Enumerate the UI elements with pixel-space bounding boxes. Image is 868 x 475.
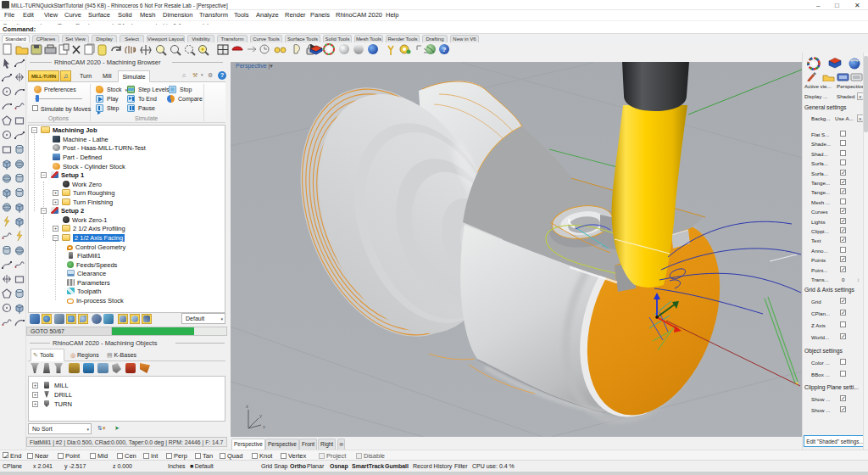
svg-text:y: y xyxy=(259,413,262,418)
svg-text:?: ? xyxy=(442,46,447,53)
svg-text:x: x xyxy=(263,424,265,429)
svg-text:z: z xyxy=(246,404,248,409)
